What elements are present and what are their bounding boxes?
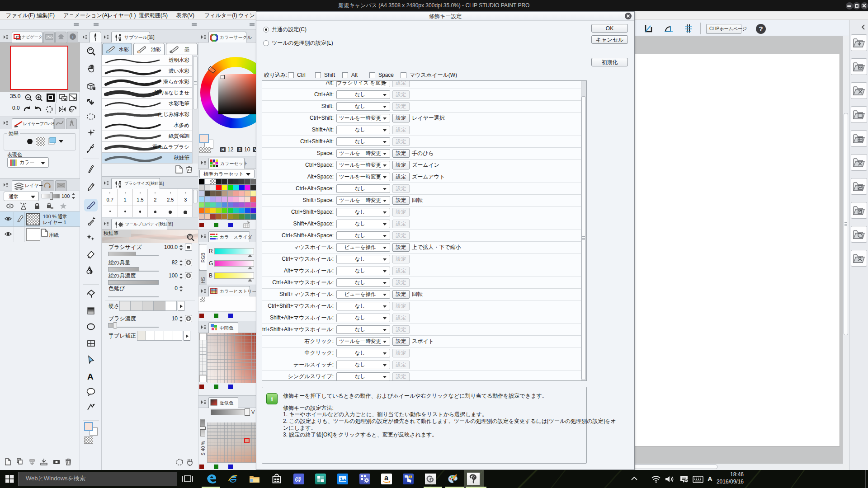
svg-text:!: ! [410,475,411,478]
svg-text:i: i [72,34,73,39]
